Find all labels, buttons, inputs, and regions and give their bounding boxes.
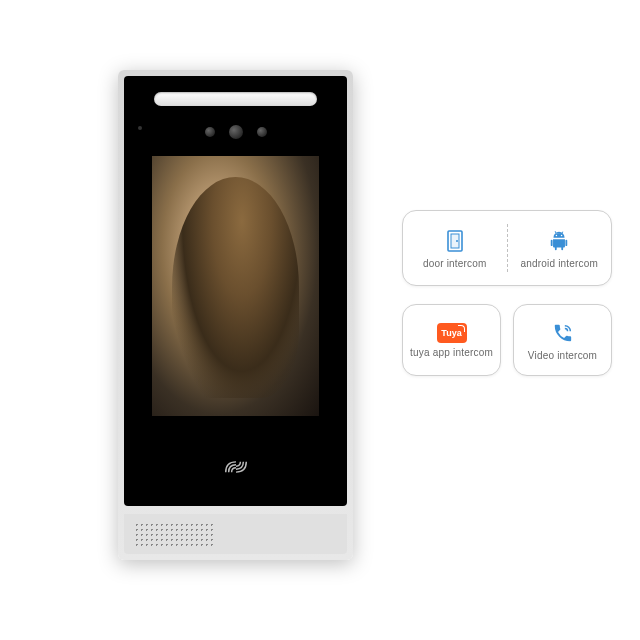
device-front-panel [124,76,347,506]
door-intercom-label: door intercom [423,258,487,269]
video-intercom-label: Video intercom [528,350,597,361]
svg-point-4 [561,234,562,235]
phone-icon [550,320,576,346]
ir-led-icon [205,127,215,137]
feature-badges: door intercom android intercom Tuya tuya… [402,210,612,394]
device-screen [152,156,319,416]
tuya-logo-icon: Tuya [437,323,467,343]
ir-led-icon [257,127,267,137]
android-intercom-feature: android intercom [508,228,612,269]
video-intercom-feature: Video intercom [513,304,612,376]
camera-cluster [124,122,347,142]
speaker-grille [124,514,347,554]
combined-intercom-badge: door intercom android intercom [402,210,612,286]
nfc-icon [221,456,251,478]
tuya-app-feature: Tuya tuya app intercom [402,304,501,376]
door-icon [442,228,468,254]
svg-point-3 [556,234,557,235]
illuminator-bar [154,92,317,106]
svg-point-2 [456,240,458,242]
android-intercom-label: android intercom [520,258,598,269]
speaker-holes [134,522,214,546]
camera-lens-icon [229,125,243,139]
android-icon [546,228,572,254]
door-intercom-feature: door intercom [403,228,507,269]
intercom-device [118,70,353,560]
tuya-app-label: tuya app intercom [410,347,493,358]
portrait-photo [152,156,319,416]
